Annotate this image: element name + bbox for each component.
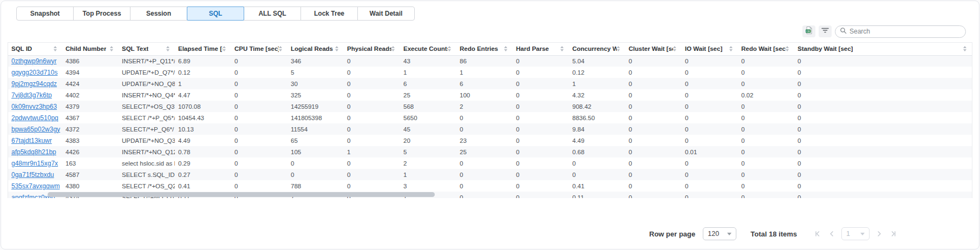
tab-wait-detail[interactable]: Wait Detail xyxy=(357,6,415,21)
column-header-execute-counts[interactable]: Execute Counts xyxy=(400,43,456,55)
table-cell: 0 xyxy=(794,67,972,78)
total-items-label: Total 18 items xyxy=(750,230,797,238)
column-header-label: Execute Counts xyxy=(403,45,448,52)
table-cell: 0 xyxy=(625,180,682,192)
table-cell: 0 xyxy=(288,169,344,180)
last-page-button[interactable] xyxy=(889,229,898,238)
table-cell: 0 xyxy=(682,89,738,101)
table-cell: 25 xyxy=(456,146,513,157)
rows-per-page-select[interactable]: 120 xyxy=(703,227,736,240)
table-cell: 0.41 xyxy=(569,180,625,192)
column-header-standby-wait-sec[interactable]: Standby Wait [sec] xyxy=(794,43,972,55)
sql-id-link[interactable]: 7vj8dt3g7k6tp xyxy=(11,91,52,99)
column-header-sql-id[interactable]: SQL ID xyxy=(8,43,62,55)
filter-button[interactable] xyxy=(819,25,832,37)
table-cell: 0 xyxy=(513,101,569,112)
tab-all-sql[interactable]: ALL SQL xyxy=(244,6,301,21)
table-cell: 0 xyxy=(456,169,513,180)
table-cell: 4.47 xyxy=(175,89,231,101)
table-cell: 0.11 xyxy=(569,192,625,198)
sql-id-link[interactable]: 0ga71f5tzbxdu xyxy=(11,171,54,179)
table-cell: 0 xyxy=(456,157,513,169)
csv-export-button[interactable]: CSV xyxy=(802,25,815,37)
sort-icon xyxy=(448,46,453,51)
sql-id-link[interactable]: afp5kdq8h21bp xyxy=(11,148,56,156)
table-cell: SELECT/*+OS_Q3*/ count(c_ xyxy=(119,101,175,112)
table-cell: 0 xyxy=(794,89,972,101)
column-header-elapsed-time-sec[interactable]: Elapsed Time [sec] xyxy=(175,43,231,55)
sql-id-link[interactable]: bpwa65p02w3gy xyxy=(11,126,60,133)
table-cell: SELECT/*+P_Q6*/ count(c_id xyxy=(119,123,175,135)
sql-id-cell: 67tajdt13kuwr xyxy=(8,135,62,146)
table-cell: 0 xyxy=(344,55,400,67)
table-cell: 4.49 xyxy=(175,135,231,146)
table-cell: 0 xyxy=(794,192,972,198)
table-cell: 0 xyxy=(344,135,400,146)
column-header-label: Logical Reads xyxy=(291,45,333,52)
sql-id-link[interactable]: 0k09nvvz3hp63 xyxy=(11,103,57,110)
sql-id-link[interactable]: 0zthgwp9n6wyr xyxy=(11,57,56,65)
table-cell: 6.89 xyxy=(175,55,231,67)
column-header-cluster-wait-sec[interactable]: Cluster Wait [sec] xyxy=(625,43,682,55)
column-header-sql-text[interactable]: SQL Text xyxy=(119,43,175,55)
column-header-label: Elapsed Time [sec] xyxy=(178,45,223,52)
column-header-redo-wait-sec[interactable]: Redo Wait [sec] xyxy=(738,43,794,55)
column-header-label: Physical Reads xyxy=(347,45,391,52)
sort-icon xyxy=(335,46,341,51)
table-cell: 0 xyxy=(625,192,682,198)
table-cell: 0 xyxy=(738,146,794,157)
table-cell: 2 xyxy=(456,101,513,112)
table-cell: 346 xyxy=(288,55,344,67)
tab-sql[interactable]: SQL xyxy=(187,6,244,21)
table-cell: 0 xyxy=(794,55,972,67)
table-cell: 0 xyxy=(682,157,738,169)
sql-id-link[interactable]: 535sx7avxgqwm xyxy=(11,182,60,190)
table-cell: UPDATE/*+NO_Q8*/ stock SE xyxy=(119,78,175,89)
tab-lock-tree[interactable]: Lock Tree xyxy=(300,6,358,21)
table-cell: 908.42 xyxy=(569,101,625,112)
pagination: 1 xyxy=(813,227,898,240)
tab-top-process[interactable]: Top Process xyxy=(73,6,130,21)
column-header-label: Child Number xyxy=(66,45,106,52)
table-cell: 4.49 xyxy=(569,135,625,146)
table-cell: 0 xyxy=(625,169,682,180)
column-header-cpu-time-sec[interactable]: CPU Time [sec] xyxy=(231,43,288,55)
table-cell: 1 xyxy=(344,146,400,157)
table-cell: 0 xyxy=(794,112,972,123)
next-page-button[interactable] xyxy=(875,229,884,238)
table-cell: 0 xyxy=(513,78,569,89)
horizontal-scrollbar-thumb[interactable] xyxy=(48,192,435,197)
table-row: 535sx7avxgqwm4380SELECT /*+OS_Q2*/ c_id,… xyxy=(8,180,972,192)
previous-page-button[interactable] xyxy=(827,229,836,238)
page-number-select[interactable]: 1 xyxy=(841,227,870,240)
table-cell: 4380 xyxy=(62,180,119,192)
sql-id-link[interactable]: 2pdwvtwu510pq xyxy=(11,114,58,122)
table-row: 0zthgwp9n6wyr4386INSERT/*+P_Q11*/ INTO h… xyxy=(8,55,972,67)
column-header-hard-parse[interactable]: Hard Parse xyxy=(513,43,569,55)
table-cell: 788 xyxy=(288,180,344,192)
table-row: 9pj2mgz94cqdz4424UPDATE/*+NO_Q8*/ stock … xyxy=(8,78,972,89)
sql-id-link[interactable]: gqygg203d710s xyxy=(11,69,57,76)
table-cell: 0 xyxy=(625,135,682,146)
column-header-concurrency-wait-sec[interactable]: Concurrency Wait [sec] xyxy=(569,43,625,55)
search-input[interactable] xyxy=(850,28,961,35)
table-cell: 0 xyxy=(738,180,794,192)
table-cell: 0 xyxy=(344,123,400,135)
table-cell: 0 xyxy=(794,123,972,135)
column-header-child-number[interactable]: Child Number xyxy=(62,43,119,55)
sort-icon xyxy=(391,46,397,51)
table-cell: 0 xyxy=(738,55,794,67)
table-cell: 0 xyxy=(738,123,794,135)
sql-id-link[interactable]: 9pj2mgz94cqdz xyxy=(11,80,57,88)
sql-id-link[interactable]: g48mr9n15xg7x xyxy=(11,160,58,167)
column-header-redo-entries[interactable]: Redo Entries xyxy=(456,43,513,55)
sql-id-link[interactable]: 67tajdt13kuwr xyxy=(11,137,52,144)
tab-snapshot[interactable]: Snapshot xyxy=(16,6,74,21)
tab-session[interactable]: Session xyxy=(130,6,187,21)
table-cell: 0 xyxy=(344,157,400,169)
first-page-button[interactable] xyxy=(813,229,822,238)
column-header-physical-reads[interactable]: Physical Reads xyxy=(344,43,400,55)
column-header-logical-reads[interactable]: Logical Reads xyxy=(288,43,344,55)
table-row: 0k09nvvz3hp634379SELECT/*+OS_Q3*/ count(… xyxy=(8,101,972,112)
column-header-io-wait-sec[interactable]: IO Wait [sec] xyxy=(682,43,738,55)
